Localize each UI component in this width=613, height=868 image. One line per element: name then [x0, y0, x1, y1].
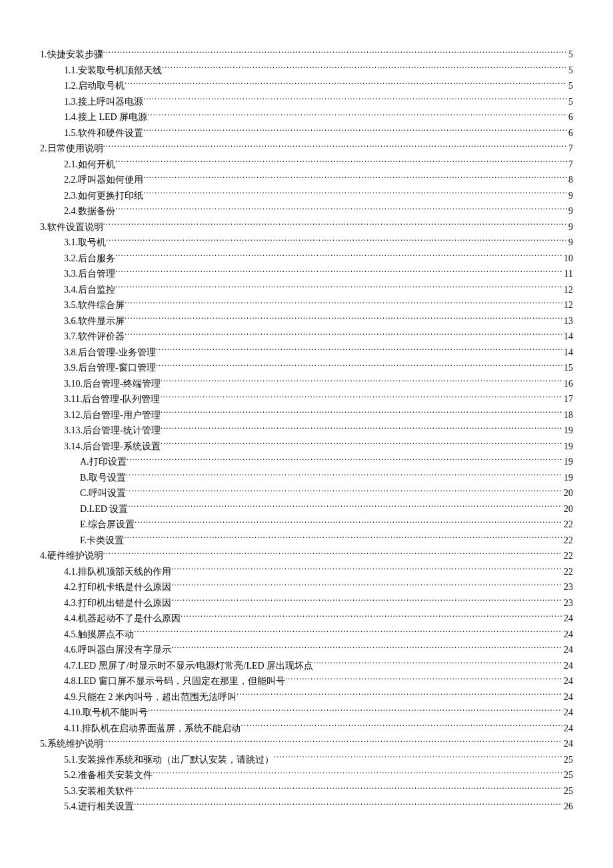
- toc-page-number: 23: [562, 579, 573, 595]
- toc-title: 1.4.接上 LED 屏电源: [64, 109, 147, 125]
- toc-leader-dots: [162, 65, 567, 73]
- toc-entry[interactable]: 4.11.排队机在启动界面蓝屏，系统不能启动24: [40, 721, 573, 737]
- toc-leader-dots: [103, 143, 568, 151]
- toc-leader-dots: [134, 785, 562, 794]
- toc-page-number: 5: [567, 94, 573, 110]
- toc-entry[interactable]: 3.10.后台管理-终端管理16: [40, 376, 573, 392]
- toc-entry[interactable]: 3.6.软件显示屏13: [40, 313, 573, 329]
- toc-title: 1.1.安装取号机顶部天线: [64, 63, 162, 79]
- toc-leader-dots: [125, 80, 567, 89]
- toc-page-number: 25: [562, 767, 573, 783]
- toc-entry[interactable]: 1.2.启动取号机5: [40, 78, 573, 94]
- toc-entry[interactable]: 1.3.接上呼叫器电源5: [40, 94, 573, 110]
- toc-leader-dots: [103, 550, 563, 559]
- toc-entry[interactable]: 1.5.软件和硬件设置6: [40, 125, 573, 141]
- toc-entry[interactable]: 3.9.后台管理-窗口管理15: [40, 360, 573, 376]
- toc-page-number: 20: [562, 485, 573, 501]
- toc-leader-dots: [103, 221, 568, 230]
- toc-entry[interactable]: 3.4.后台监控12: [40, 282, 573, 298]
- toc-leader-dots: [171, 644, 562, 653]
- toc-title: 3.软件设置说明: [40, 219, 103, 235]
- toc-page-number: 9: [567, 203, 573, 219]
- toc-entry[interactable]: D.LED 设置20: [40, 501, 573, 517]
- toc-title: 3.14.后台管理-系统设置: [64, 439, 161, 455]
- toc-title: 5.4.进行相关设置: [64, 799, 134, 815]
- toc-title: B.取号设置: [80, 470, 126, 486]
- toc-entry[interactable]: C.呼叫设置20: [40, 485, 573, 501]
- toc-entry[interactable]: 3.12.后台管理-用户管理18: [40, 407, 573, 423]
- toc-entry[interactable]: 3.11.后台管理-队列管理17: [40, 391, 573, 407]
- toc-entry[interactable]: 2.日常使用说明7: [40, 141, 573, 157]
- toc-page-number: 10: [562, 251, 573, 267]
- toc-entry[interactable]: F.卡类设置22: [40, 533, 573, 549]
- toc-leader-dots: [125, 315, 562, 324]
- toc-title: 3.7.软件评价器: [64, 329, 125, 345]
- toc-page-number: 23: [562, 595, 573, 611]
- toc-entry[interactable]: 5.系统维护说明24: [40, 736, 573, 752]
- toc-entry[interactable]: 5.4.进行相关设置26: [40, 799, 573, 815]
- toc-page-number: 15: [562, 360, 573, 376]
- toc-entry[interactable]: A.打印设置19: [40, 454, 573, 470]
- toc-page-number: 17: [562, 391, 573, 407]
- toc-entry[interactable]: 2.2.呼叫器如何使用8: [40, 172, 573, 188]
- toc-entry[interactable]: 4.2.打印机卡纸是什么原因23: [40, 579, 573, 595]
- toc-title: 2.2.呼叫器如何使用: [64, 172, 143, 188]
- toc-entry[interactable]: 3.软件设置说明9: [40, 219, 573, 235]
- toc-entry[interactable]: 4.8.LED 窗口屏不显示号码，只固定在那里，但能叫号24: [40, 673, 573, 689]
- toc-leader-dots: [143, 127, 567, 136]
- toc-entry[interactable]: 1.4.接上 LED 屏电源6: [40, 109, 573, 125]
- toc-page-number: 19: [562, 454, 573, 470]
- toc-entry[interactable]: 3.2.后台服务10: [40, 251, 573, 267]
- toc-entry[interactable]: 3.5.软件综合屏12: [40, 297, 573, 313]
- toc-entry[interactable]: 5.3.安装相关软件25: [40, 783, 573, 799]
- toc-entry[interactable]: 4.4.机器起动不了是什么原因24: [40, 611, 573, 627]
- toc-entry[interactable]: 3.1.取号机9: [40, 235, 573, 251]
- toc-page-number: 9: [567, 188, 573, 204]
- toc-entry[interactable]: 4.9.只能在 2 米内叫号，超出范围无法呼叫24: [40, 689, 573, 705]
- toc-entry[interactable]: 3.3.后台管理11: [40, 266, 573, 282]
- toc-entry[interactable]: 3.13.后台管理-统计管理19: [40, 423, 573, 439]
- toc-entry[interactable]: 2.1.如何开机7: [40, 157, 573, 173]
- toc-entry[interactable]: 5.2.准备相关安装文件25: [40, 767, 573, 783]
- toc-title: 4.9.只能在 2 米内叫号，超出范围无法呼叫: [64, 689, 237, 705]
- toc-page-number: 19: [562, 439, 573, 455]
- toc-entry[interactable]: 3.14.后台管理-系统设置19: [40, 439, 573, 455]
- toc-title: D.LED 设置: [80, 501, 128, 517]
- toc-entry[interactable]: 4.3.打印机出错是什么原因23: [40, 595, 573, 611]
- toc-title: 3.3.后台管理: [64, 266, 115, 282]
- toc-entry[interactable]: E.综合屏设置22: [40, 517, 573, 533]
- toc-entry[interactable]: 4.6.呼叫器白屏没有字显示24: [40, 642, 573, 658]
- toc-page-number: 5: [567, 78, 573, 94]
- toc-page-number: 16: [562, 376, 573, 392]
- toc-title: 3.12.后台管理-用户管理: [64, 407, 161, 423]
- toc-title: 3.6.软件显示屏: [64, 313, 125, 329]
- toc-entry[interactable]: 4.硬件维护说明22: [40, 548, 573, 564]
- toc-title: 4.11.排队机在启动界面蓝屏，系统不能启动: [64, 721, 241, 737]
- toc-leader-dots: [181, 613, 562, 621]
- toc-entry[interactable]: 2.3.如何更换打印纸9: [40, 188, 573, 204]
- toc-title: 1.3.接上呼叫器电源: [64, 94, 143, 110]
- toc-title: 5.1.安装操作系统和驱动（出厂默认安装，请跳过）: [64, 752, 274, 768]
- toc-leader-dots: [115, 253, 562, 261]
- toc-entry[interactable]: 3.7.软件评价器14: [40, 329, 573, 345]
- toc-title: 3.9.后台管理-窗口管理: [64, 360, 156, 376]
- toc-entry[interactable]: 1.1.安装取号机顶部天线5: [40, 63, 573, 79]
- toc-page-number: 5: [567, 63, 573, 79]
- toc-entry[interactable]: 1.快捷安装步骤5: [40, 47, 573, 63]
- toc-leader-dots: [171, 581, 562, 590]
- toc-page-number: 7: [567, 157, 573, 173]
- toc-page-number: 25: [562, 783, 573, 799]
- toc-entry[interactable]: 4.5.触摸屏点不动24: [40, 627, 573, 643]
- toc-leader-dots: [115, 159, 567, 167]
- toc-page-number: 24: [562, 689, 573, 705]
- toc-leader-dots: [143, 96, 567, 105]
- toc-page-number: 25: [562, 752, 573, 768]
- toc-leader-dots: [171, 566, 562, 575]
- toc-entry[interactable]: 5.1.安装操作系统和驱动（出厂默认安装，请跳过）25: [40, 752, 573, 768]
- toc-entry[interactable]: 4.7.LED 黑屏了/时显示时不显示/电源灯常亮/LED 屏出现坏点24: [40, 658, 573, 674]
- toc-entry[interactable]: 4.10.取号机不能叫号24: [40, 705, 573, 721]
- toc-entry[interactable]: 4.1.排队机顶部天线的作用22: [40, 564, 573, 580]
- toc-entry[interactable]: 3.8.后台管理-业务管理14: [40, 345, 573, 361]
- toc-entry[interactable]: 2.4.数据备份9: [40, 203, 573, 219]
- toc-entry[interactable]: B.取号设置19: [40, 470, 573, 486]
